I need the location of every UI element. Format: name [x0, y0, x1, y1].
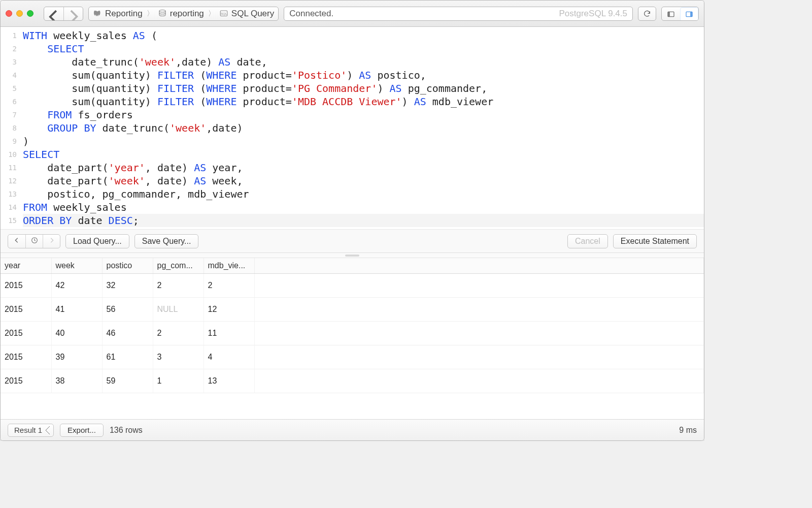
cancel-button[interactable]: Cancel: [567, 234, 608, 248]
toggle-left-sidebar-button[interactable]: [662, 7, 680, 21]
table-cell[interactable]: 2015: [1, 298, 51, 322]
chevron-right-icon: 〉: [207, 9, 216, 18]
column-header-spacer: [254, 258, 704, 274]
table-row[interactable]: 20154156NULL12: [1, 298, 704, 322]
minimize-window-button[interactable]: [16, 10, 23, 17]
nav-forward-button[interactable]: [63, 7, 83, 20]
nav-back-button[interactable]: [44, 7, 63, 20]
query-history-nav: [8, 234, 60, 248]
close-window-button[interactable]: [6, 10, 12, 17]
result-selector-label: Result 1: [14, 426, 42, 434]
toggle-right-sidebar-button[interactable]: [680, 7, 698, 21]
export-button[interactable]: Export...: [60, 424, 104, 437]
table-row[interactable]: 2015396134: [1, 345, 704, 369]
column-header-pg-commander[interactable]: pg_com...: [153, 258, 204, 274]
table-cell-spacer: [254, 298, 704, 322]
bottom-bar: Result 1 Export... 136 rows 9 ms: [1, 419, 704, 440]
table-cell[interactable]: 61: [102, 345, 153, 369]
chevron-right-icon: [48, 237, 55, 244]
execute-statement-button[interactable]: Execute Statement: [613, 234, 697, 248]
column-header-week[interactable]: week: [51, 258, 102, 274]
table-cell[interactable]: 59: [102, 369, 153, 393]
editor-gutter: 123456789101112131415: [1, 29, 21, 227]
titlebar: Reporting 〉 reporting 〉 SQL SQL Query Co…: [1, 1, 704, 27]
history-back-button[interactable]: [8, 235, 25, 248]
row-count-text: 136 rows: [110, 426, 143, 435]
refresh-button[interactable]: [638, 7, 656, 21]
sidebar-toggle-group: [661, 7, 699, 21]
table-cell[interactable]: 39: [51, 345, 102, 369]
table-cell[interactable]: 32: [102, 274, 153, 298]
result-selector-popup[interactable]: Result 1: [8, 424, 54, 437]
table-row[interactable]: 20154046211: [1, 322, 704, 345]
table-cell-spacer: [254, 345, 704, 369]
server-version-text: PostgreSQL 9.4.5: [559, 9, 627, 19]
table-cell[interactable]: NULL: [153, 298, 204, 322]
editor-code[interactable]: WITH weekly_sales AS ( SELECT date_trunc…: [21, 29, 704, 227]
results-pane: year week postico pg_com... mdb_vie... 2…: [1, 258, 704, 419]
breadcrumb: Reporting 〉 reporting 〉 SQL SQL Query: [88, 7, 279, 21]
breadcrumb-label: SQL Query: [231, 9, 274, 19]
table-cell[interactable]: 46: [102, 322, 153, 345]
svg-text:SQL: SQL: [221, 12, 227, 15]
table-cell[interactable]: 2015: [1, 369, 51, 393]
breadcrumb-label: reporting: [170, 9, 204, 19]
table-cell[interactable]: 3: [153, 345, 204, 369]
table-row[interactable]: 20153859113: [1, 369, 704, 393]
table-cell[interactable]: 2015: [1, 274, 51, 298]
table-cell[interactable]: 11: [204, 322, 254, 345]
table-cell[interactable]: 2: [153, 274, 204, 298]
sql-editor[interactable]: 123456789101112131415 WITH weekly_sales …: [1, 27, 704, 230]
table-cell-spacer: [254, 274, 704, 298]
results-table: year week postico pg_com... mdb_vie... 2…: [1, 258, 704, 393]
breadcrumb-item-query[interactable]: SQL SQL Query: [219, 9, 274, 19]
table-cell-spacer: [254, 369, 704, 393]
breadcrumb-label: Reporting: [105, 9, 143, 19]
table-cell[interactable]: 2: [204, 274, 254, 298]
table-cell[interactable]: 41: [51, 298, 102, 322]
table-cell[interactable]: 13: [204, 369, 254, 393]
connection-status-text: Connected.: [289, 9, 333, 19]
history-forward-button[interactable]: [43, 235, 60, 248]
svg-rect-6: [690, 12, 692, 16]
chevron-left-icon: [44, 7, 63, 21]
load-query-button[interactable]: Load Query...: [65, 234, 129, 248]
table-cell[interactable]: 2015: [1, 345, 51, 369]
chevron-right-icon: 〉: [146, 9, 155, 18]
elephant-icon: [93, 9, 102, 18]
table-cell[interactable]: 1: [153, 369, 204, 393]
zoom-window-button[interactable]: [27, 10, 33, 17]
history-list-button[interactable]: [25, 235, 43, 248]
table-row[interactable]: 2015423222: [1, 274, 704, 298]
table-cell[interactable]: 42: [51, 274, 102, 298]
chevron-left-icon: [13, 237, 20, 244]
chevron-right-icon: [64, 7, 83, 21]
table-cell[interactable]: 56: [102, 298, 153, 322]
table-cell[interactable]: 2015: [1, 322, 51, 345]
table-cell[interactable]: 12: [204, 298, 254, 322]
query-toolbar: Load Query... Save Query... Cancel Execu…: [1, 230, 704, 253]
table-cell[interactable]: 4: [204, 345, 254, 369]
breadcrumb-item-connection[interactable]: Reporting: [93, 9, 143, 19]
save-query-button[interactable]: Save Query...: [134, 234, 199, 248]
clock-icon: [30, 236, 39, 244]
breadcrumb-item-database[interactable]: reporting: [158, 9, 204, 19]
split-grip[interactable]: [1, 253, 704, 258]
column-header-postico[interactable]: postico: [102, 258, 153, 274]
svg-point-0: [159, 10, 165, 12]
table-cell-spacer: [254, 322, 704, 345]
svg-rect-4: [668, 12, 670, 16]
nav-back-forward: [44, 7, 83, 21]
timing-text: 9 ms: [679, 426, 697, 435]
sql-icon: SQL: [219, 9, 228, 18]
column-header-mdb-viewer[interactable]: mdb_vie...: [204, 258, 254, 274]
table-cell[interactable]: 2: [153, 322, 204, 345]
database-icon: [158, 9, 167, 18]
table-cell[interactable]: 40: [51, 322, 102, 345]
window-traffic-lights: [6, 10, 33, 17]
connection-status-field: Connected. PostgreSQL 9.4.5: [284, 7, 633, 21]
panel-right-icon: [685, 10, 693, 18]
column-header-year[interactable]: year: [1, 258, 51, 274]
app-window: Reporting 〉 reporting 〉 SQL SQL Query Co…: [0, 0, 704, 441]
table-cell[interactable]: 38: [51, 369, 102, 393]
